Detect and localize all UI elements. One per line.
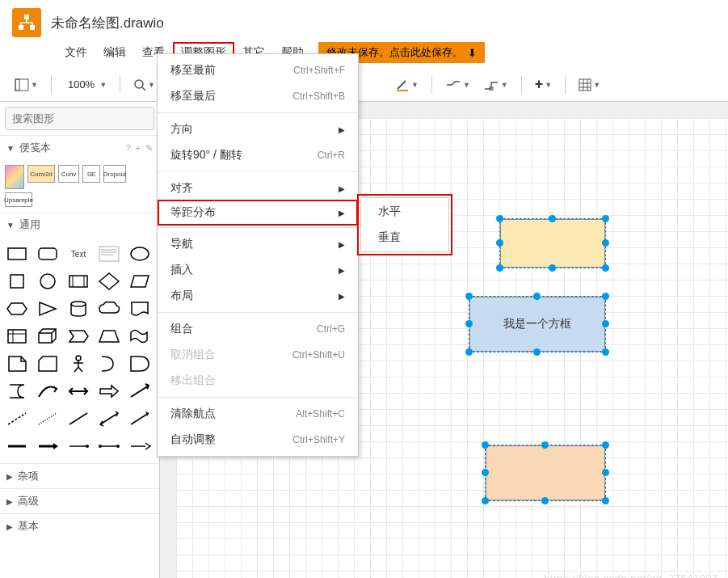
dd-distribute-v[interactable]: 垂直 — [359, 225, 451, 251]
shape-hexagon[interactable] — [3, 297, 31, 321]
shape-curve-arrow[interactable] — [34, 379, 61, 403]
dd-distribute-h[interactable]: 水平 — [359, 199, 451, 225]
insert-button[interactable]: +▼ — [530, 73, 557, 96]
menu-file[interactable]: 文件 — [57, 42, 95, 63]
resize-handle[interactable] — [533, 293, 541, 300]
dd-autosize[interactable]: 自动调整Ctrl+Shift+Y — [158, 427, 358, 453]
shape-process[interactable] — [65, 269, 92, 293]
shape-note[interactable] — [3, 352, 31, 376]
shape-internal[interactable] — [3, 324, 31, 348]
shape-conn4[interactable] — [95, 434, 123, 458]
dd-align[interactable]: 对齐▶ — [158, 175, 358, 201]
resize-handle[interactable] — [533, 348, 541, 356]
shape-or[interactable] — [95, 352, 123, 376]
resize-handle[interactable] — [482, 441, 489, 449]
shape-arrow[interactable] — [126, 407, 154, 431]
shape-thick-arrow[interactable] — [95, 379, 123, 403]
scratch-item[interactable]: Conv — [58, 165, 79, 183]
palette-basic[interactable]: ▶ 基本 — [0, 513, 159, 538]
resize-handle[interactable] — [482, 469, 489, 476]
shape-cube[interactable] — [34, 324, 61, 348]
shape-conn5[interactable] — [126, 434, 154, 458]
shape-rect[interactable] — [3, 242, 31, 266]
shape-diamond[interactable] — [95, 269, 123, 293]
scratch-item[interactable]: SE — [82, 165, 100, 183]
shape-square[interactable] — [3, 269, 31, 293]
selected-shape-3[interactable] — [485, 445, 606, 501]
palette-misc[interactable]: ▶ 杂项 — [0, 463, 159, 488]
scratch-item[interactable]: Conv2d — [27, 165, 55, 183]
shape-step[interactable] — [65, 324, 92, 348]
resize-handle[interactable] — [602, 441, 609, 449]
shape-conn2[interactable] — [34, 434, 61, 458]
selected-shape-1[interactable] — [499, 218, 606, 268]
waypoint-button[interactable]: ▼ — [478, 76, 513, 94]
view-mode-button[interactable]: ▼ — [10, 75, 43, 95]
resize-handle[interactable] — [602, 320, 609, 327]
shape-rounded[interactable] — [34, 242, 61, 266]
shape-cloud[interactable] — [95, 297, 123, 321]
dd-to-back[interactable]: 移至最后Ctrl+Shift+B — [158, 83, 358, 109]
resize-handle[interactable] — [496, 215, 503, 222]
scratch-item[interactable]: Upsample — [5, 192, 32, 207]
menu-edit[interactable]: 编辑 — [95, 42, 134, 63]
zoom-tool[interactable]: ▼ — [128, 75, 160, 95]
dd-insert[interactable]: 插入▶ — [158, 257, 358, 283]
scratch-item[interactable] — [5, 165, 24, 189]
resize-handle[interactable] — [465, 293, 473, 300]
resize-handle[interactable] — [602, 348, 609, 356]
shape-dashed[interactable] — [3, 407, 31, 431]
resize-handle[interactable] — [602, 264, 609, 272]
resize-handle[interactable] — [482, 497, 489, 504]
dd-clear-waypoints[interactable]: 清除航点Alt+Shift+C — [158, 401, 358, 427]
dd-rotate[interactable]: 旋转90° / 翻转Ctrl+R — [158, 142, 358, 168]
shape-bidir[interactable] — [95, 407, 123, 431]
dd-to-front[interactable]: 移至最前Ctrl+Shift+F — [158, 57, 358, 83]
resize-handle[interactable] — [602, 239, 609, 247]
scratch-item[interactable]: Dropout — [103, 165, 126, 183]
shape-datastore[interactable] — [3, 379, 31, 403]
dd-direction[interactable]: 方向▶ — [158, 116, 358, 142]
dd-ungroup[interactable]: 取消组合Ctrl+Shift+U — [158, 342, 358, 368]
search-input[interactable] — [5, 107, 154, 130]
resize-handle[interactable] — [541, 497, 549, 504]
resize-handle[interactable] — [602, 469, 609, 476]
shape-link[interactable] — [126, 379, 154, 403]
shape-line[interactable] — [65, 407, 92, 431]
resize-handle[interactable] — [496, 264, 503, 272]
shape-ellipse[interactable] — [126, 242, 154, 266]
shape-cylinder[interactable] — [65, 297, 92, 321]
resize-handle[interactable] — [465, 320, 473, 327]
palette-advanced[interactable]: ▶ 高级 — [0, 488, 159, 513]
dd-distribute[interactable]: 等距分布▶ — [158, 200, 358, 226]
palette-scratchpad[interactable]: ▼ 便笺本 ? + ✎ — [0, 135, 159, 160]
dd-navigate[interactable]: 导航▶ — [158, 231, 358, 257]
resize-handle[interactable] — [541, 441, 549, 449]
dd-group[interactable]: 组合Ctrl+G — [158, 316, 358, 342]
shape-parallelogram[interactable] — [126, 269, 154, 293]
resize-handle[interactable] — [465, 348, 473, 356]
shape-dotted[interactable] — [34, 407, 61, 431]
resize-handle[interactable] — [549, 264, 556, 272]
table-button[interactable]: ▼ — [574, 75, 605, 95]
shape-actor[interactable] — [65, 352, 92, 376]
resize-handle[interactable] — [602, 215, 609, 222]
shape-conn3[interactable] — [65, 434, 92, 458]
shape-text[interactable]: Text — [65, 242, 92, 266]
shape-conn1[interactable] — [3, 434, 31, 458]
resize-handle[interactable] — [602, 497, 609, 504]
resize-handle[interactable] — [602, 293, 609, 300]
shape-textbox[interactable] — [95, 242, 123, 266]
selected-shape-2[interactable]: 我是一个方框 — [469, 296, 606, 352]
resize-handle[interactable] — [496, 239, 503, 247]
shape-circle[interactable] — [34, 269, 61, 293]
palette-general[interactable]: ▼ 通用 — [0, 212, 159, 237]
shape-trapezoid[interactable] — [95, 324, 123, 348]
shape-tape[interactable] — [126, 324, 154, 348]
resize-handle[interactable] — [549, 215, 556, 222]
dd-layout[interactable]: 布局▶ — [158, 283, 358, 309]
dd-remove-group[interactable]: 移出组合 — [158, 368, 358, 394]
line-color-button[interactable]: ▼ — [390, 75, 423, 95]
zoom-select[interactable]: 100%▼ — [60, 75, 112, 94]
connection-button[interactable]: ▼ — [440, 76, 475, 94]
